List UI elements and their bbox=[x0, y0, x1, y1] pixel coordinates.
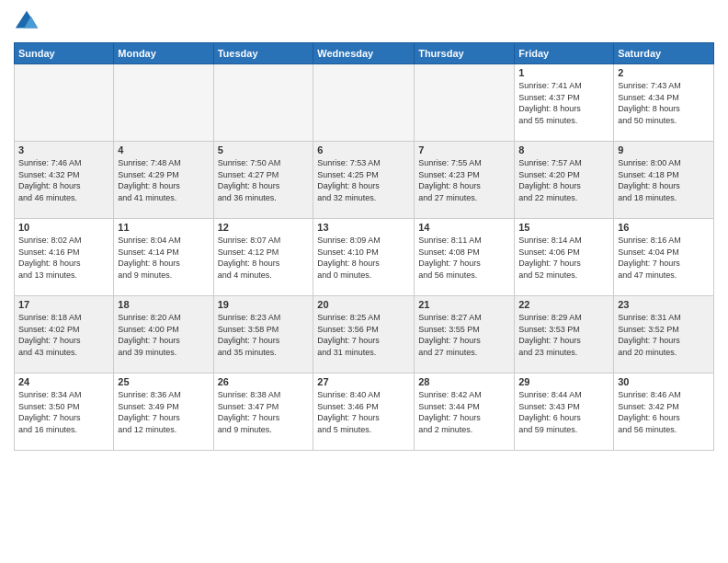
day-info: Sunrise: 8:44 AM Sunset: 3:43 PM Dayligh… bbox=[518, 389, 609, 435]
day-info: Sunrise: 8:29 AM Sunset: 3:53 PM Dayligh… bbox=[518, 312, 609, 358]
page: SundayMondayTuesdayWednesdayThursdayFrid… bbox=[0, 0, 728, 563]
day-number: 14 bbox=[418, 222, 510, 233]
week-row-3: 17Sunrise: 8:18 AM Sunset: 4:02 PM Dayli… bbox=[15, 296, 714, 373]
day-number: 21 bbox=[418, 299, 510, 310]
calendar-cell: 27Sunrise: 8:40 AM Sunset: 3:46 PM Dayli… bbox=[313, 373, 415, 451]
day-info: Sunrise: 8:02 AM Sunset: 4:16 PM Dayligh… bbox=[18, 235, 109, 281]
day-number: 23 bbox=[618, 299, 710, 310]
day-number: 19 bbox=[218, 299, 310, 310]
calendar-cell: 19Sunrise: 8:23 AM Sunset: 3:58 PM Dayli… bbox=[213, 296, 313, 373]
day-info: Sunrise: 8:07 AM Sunset: 4:12 PM Dayligh… bbox=[218, 235, 310, 281]
calendar-cell: 22Sunrise: 8:29 AM Sunset: 3:53 PM Dayli… bbox=[515, 296, 614, 373]
day-info: Sunrise: 8:04 AM Sunset: 4:14 PM Dayligh… bbox=[118, 235, 209, 281]
calendar-cell bbox=[213, 64, 313, 142]
header-saturday: Saturday bbox=[614, 43, 714, 64]
calendar-cell: 14Sunrise: 8:11 AM Sunset: 4:08 PM Dayli… bbox=[415, 219, 515, 296]
day-number: 20 bbox=[317, 299, 410, 310]
day-info: Sunrise: 7:50 AM Sunset: 4:27 PM Dayligh… bbox=[218, 157, 310, 203]
calendar-cell: 11Sunrise: 8:04 AM Sunset: 4:14 PM Dayli… bbox=[114, 219, 213, 296]
week-row-2: 10Sunrise: 8:02 AM Sunset: 4:16 PM Dayli… bbox=[15, 219, 714, 296]
day-number: 15 bbox=[518, 222, 609, 233]
calendar-cell: 28Sunrise: 8:42 AM Sunset: 3:44 PM Dayli… bbox=[415, 373, 515, 451]
calendar-cell: 2Sunrise: 7:43 AM Sunset: 4:34 PM Daylig… bbox=[614, 64, 714, 142]
day-info: Sunrise: 7:43 AM Sunset: 4:34 PM Dayligh… bbox=[618, 80, 710, 126]
day-number: 2 bbox=[618, 67, 710, 78]
day-number: 10 bbox=[18, 222, 109, 233]
day-number: 11 bbox=[118, 222, 209, 233]
day-info: Sunrise: 8:27 AM Sunset: 3:55 PM Dayligh… bbox=[418, 312, 510, 358]
calendar-cell: 10Sunrise: 8:02 AM Sunset: 4:16 PM Dayli… bbox=[15, 219, 114, 296]
day-number: 5 bbox=[218, 144, 310, 155]
week-row-4: 24Sunrise: 8:34 AM Sunset: 3:50 PM Dayli… bbox=[15, 373, 714, 451]
calendar-table: SundayMondayTuesdayWednesdayThursdayFrid… bbox=[14, 42, 714, 451]
logo-icon bbox=[14, 9, 40, 35]
calendar-cell: 1Sunrise: 7:41 AM Sunset: 4:37 PM Daylig… bbox=[515, 64, 614, 142]
calendar-cell: 23Sunrise: 8:31 AM Sunset: 3:52 PM Dayli… bbox=[614, 296, 714, 373]
day-info: Sunrise: 8:20 AM Sunset: 4:00 PM Dayligh… bbox=[118, 312, 209, 358]
week-row-0: 1Sunrise: 7:41 AM Sunset: 4:37 PM Daylig… bbox=[15, 64, 714, 142]
logo bbox=[14, 9, 44, 35]
day-info: Sunrise: 8:42 AM Sunset: 3:44 PM Dayligh… bbox=[418, 389, 510, 435]
header-row: SundayMondayTuesdayWednesdayThursdayFrid… bbox=[15, 43, 714, 64]
day-number: 29 bbox=[518, 376, 609, 387]
day-number: 1 bbox=[518, 67, 609, 78]
calendar-cell: 8Sunrise: 7:57 AM Sunset: 4:20 PM Daylig… bbox=[515, 142, 614, 219]
day-info: Sunrise: 8:09 AM Sunset: 4:10 PM Dayligh… bbox=[317, 235, 410, 281]
day-number: 6 bbox=[317, 144, 410, 155]
day-number: 4 bbox=[118, 144, 209, 155]
day-info: Sunrise: 8:40 AM Sunset: 3:46 PM Dayligh… bbox=[317, 389, 410, 435]
calendar-cell: 13Sunrise: 8:09 AM Sunset: 4:10 PM Dayli… bbox=[313, 219, 415, 296]
calendar-cell: 17Sunrise: 8:18 AM Sunset: 4:02 PM Dayli… bbox=[15, 296, 114, 373]
calendar-cell: 21Sunrise: 8:27 AM Sunset: 3:55 PM Dayli… bbox=[415, 296, 515, 373]
day-info: Sunrise: 8:38 AM Sunset: 3:47 PM Dayligh… bbox=[218, 389, 310, 435]
header-sunday: Sunday bbox=[15, 43, 114, 64]
week-row-1: 3Sunrise: 7:46 AM Sunset: 4:32 PM Daylig… bbox=[15, 142, 714, 219]
calendar-cell: 6Sunrise: 7:53 AM Sunset: 4:25 PM Daylig… bbox=[313, 142, 415, 219]
day-info: Sunrise: 7:48 AM Sunset: 4:29 PM Dayligh… bbox=[118, 157, 209, 203]
day-info: Sunrise: 7:55 AM Sunset: 4:23 PM Dayligh… bbox=[418, 157, 510, 203]
day-info: Sunrise: 8:25 AM Sunset: 3:56 PM Dayligh… bbox=[317, 312, 410, 358]
day-info: Sunrise: 8:36 AM Sunset: 3:49 PM Dayligh… bbox=[118, 389, 209, 435]
calendar-cell bbox=[114, 64, 213, 142]
day-number: 17 bbox=[18, 299, 109, 310]
day-info: Sunrise: 8:14 AM Sunset: 4:06 PM Dayligh… bbox=[518, 235, 609, 281]
calendar-cell: 5Sunrise: 7:50 AM Sunset: 4:27 PM Daylig… bbox=[213, 142, 313, 219]
day-number: 9 bbox=[618, 144, 710, 155]
header bbox=[14, 9, 714, 35]
calendar-cell: 24Sunrise: 8:34 AM Sunset: 3:50 PM Dayli… bbox=[15, 373, 114, 451]
day-number: 7 bbox=[418, 144, 510, 155]
header-wednesday: Wednesday bbox=[313, 43, 415, 64]
calendar-cell: 4Sunrise: 7:48 AM Sunset: 4:29 PM Daylig… bbox=[114, 142, 213, 219]
calendar-cell: 9Sunrise: 8:00 AM Sunset: 4:18 PM Daylig… bbox=[614, 142, 714, 219]
day-info: Sunrise: 7:46 AM Sunset: 4:32 PM Dayligh… bbox=[18, 157, 109, 203]
calendar-cell: 15Sunrise: 8:14 AM Sunset: 4:06 PM Dayli… bbox=[515, 219, 614, 296]
day-number: 25 bbox=[118, 376, 209, 387]
day-info: Sunrise: 8:16 AM Sunset: 4:04 PM Dayligh… bbox=[618, 235, 710, 281]
day-info: Sunrise: 8:31 AM Sunset: 3:52 PM Dayligh… bbox=[618, 312, 710, 358]
calendar-cell: 29Sunrise: 8:44 AM Sunset: 3:43 PM Dayli… bbox=[515, 373, 614, 451]
day-number: 28 bbox=[418, 376, 510, 387]
day-number: 22 bbox=[518, 299, 609, 310]
day-info: Sunrise: 7:41 AM Sunset: 4:37 PM Dayligh… bbox=[518, 80, 609, 126]
calendar-cell bbox=[313, 64, 415, 142]
header-tuesday: Tuesday bbox=[213, 43, 313, 64]
calendar-cell: 26Sunrise: 8:38 AM Sunset: 3:47 PM Dayli… bbox=[213, 373, 313, 451]
day-info: Sunrise: 7:57 AM Sunset: 4:20 PM Dayligh… bbox=[518, 157, 609, 203]
day-number: 13 bbox=[317, 222, 410, 233]
calendar-cell: 30Sunrise: 8:46 AM Sunset: 3:42 PM Dayli… bbox=[614, 373, 714, 451]
day-number: 26 bbox=[218, 376, 310, 387]
calendar-cell: 18Sunrise: 8:20 AM Sunset: 4:00 PM Dayli… bbox=[114, 296, 213, 373]
day-number: 8 bbox=[518, 144, 609, 155]
day-info: Sunrise: 8:46 AM Sunset: 3:42 PM Dayligh… bbox=[618, 389, 710, 435]
calendar-cell bbox=[415, 64, 515, 142]
day-info: Sunrise: 8:00 AM Sunset: 4:18 PM Dayligh… bbox=[618, 157, 710, 203]
day-info: Sunrise: 8:11 AM Sunset: 4:08 PM Dayligh… bbox=[418, 235, 510, 281]
day-number: 16 bbox=[618, 222, 710, 233]
day-number: 27 bbox=[317, 376, 410, 387]
day-info: Sunrise: 8:18 AM Sunset: 4:02 PM Dayligh… bbox=[18, 312, 109, 358]
day-number: 24 bbox=[18, 376, 109, 387]
day-number: 12 bbox=[218, 222, 310, 233]
calendar-cell bbox=[15, 64, 114, 142]
day-info: Sunrise: 8:23 AM Sunset: 3:58 PM Dayligh… bbox=[218, 312, 310, 358]
calendar-cell: 16Sunrise: 8:16 AM Sunset: 4:04 PM Dayli… bbox=[614, 219, 714, 296]
